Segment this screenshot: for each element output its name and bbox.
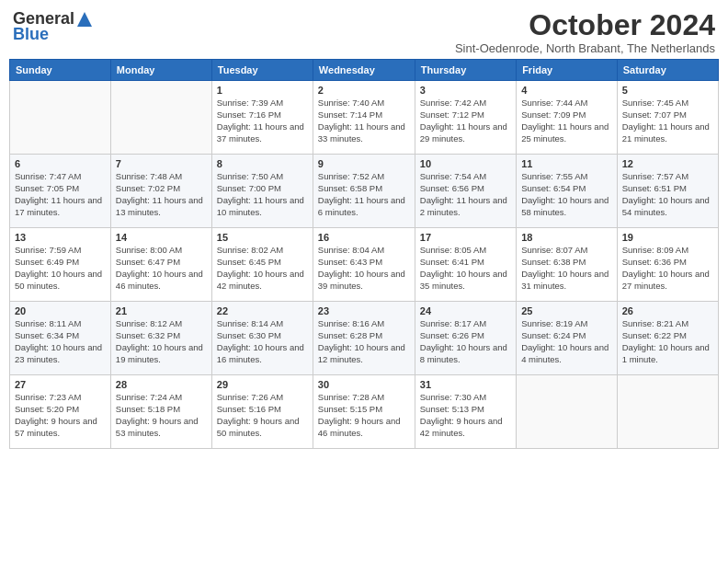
day-info: Sunrise: 8:07 AM Sunset: 6:38 PM Dayligh… — [521, 245, 612, 292]
calendar-cell: 12Sunrise: 7:57 AM Sunset: 6:51 PM Dayli… — [617, 155, 718, 228]
day-number: 28 — [116, 379, 207, 390]
day-info: Sunrise: 8:12 AM Sunset: 6:32 PM Dayligh… — [116, 318, 207, 365]
calendar-week-3: 13Sunrise: 7:59 AM Sunset: 6:49 PM Dayli… — [10, 228, 719, 302]
weekday-header-wednesday: Wednesday — [313, 60, 415, 81]
calendar-cell: 8Sunrise: 7:50 AM Sunset: 7:00 PM Daylig… — [211, 155, 313, 228]
day-info: Sunrise: 8:17 AM Sunset: 6:26 PM Dayligh… — [420, 318, 511, 365]
day-info: Sunrise: 7:28 AM Sunset: 5:15 PM Dayligh… — [318, 392, 410, 439]
day-number: 24 — [420, 305, 511, 316]
day-info: Sunrise: 8:19 AM Sunset: 6:24 PM Dayligh… — [521, 318, 612, 365]
calendar-cell: 7Sunrise: 7:48 AM Sunset: 7:02 PM Daylig… — [110, 155, 211, 228]
logo-icon — [75, 10, 94, 29]
day-number: 29 — [217, 379, 308, 390]
calendar-cell — [10, 81, 111, 155]
calendar-cell: 24Sunrise: 8:17 AM Sunset: 6:26 PM Dayli… — [415, 302, 516, 375]
calendar-cell: 13Sunrise: 7:59 AM Sunset: 6:49 PM Dayli… — [10, 228, 111, 302]
weekday-header-saturday: Saturday — [617, 60, 718, 81]
day-number: 10 — [420, 158, 511, 169]
calendar-cell — [517, 375, 618, 449]
logo: General Blue — [13, 9, 94, 44]
calendar-cell: 29Sunrise: 7:26 AM Sunset: 5:16 PM Dayli… — [211, 375, 313, 449]
day-info: Sunrise: 7:48 AM Sunset: 7:02 PM Dayligh… — [116, 171, 207, 218]
day-number: 4 — [521, 85, 612, 96]
calendar-cell: 10Sunrise: 7:54 AM Sunset: 6:56 PM Dayli… — [415, 155, 516, 228]
calendar-cell — [110, 81, 211, 155]
day-number: 25 — [521, 305, 612, 316]
day-number: 30 — [318, 379, 410, 390]
calendar-cell: 30Sunrise: 7:28 AM Sunset: 5:15 PM Dayli… — [313, 375, 415, 449]
day-number: 17 — [420, 232, 511, 243]
day-number: 8 — [217, 158, 308, 169]
location-subtitle: Sint-Oedenrode, North Brabant, The Nethe… — [455, 41, 715, 55]
day-info: Sunrise: 8:16 AM Sunset: 6:28 PM Dayligh… — [318, 318, 410, 365]
calendar-cell: 15Sunrise: 8:02 AM Sunset: 6:45 PM Dayli… — [211, 228, 313, 302]
calendar-cell: 5Sunrise: 7:45 AM Sunset: 7:07 PM Daylig… — [617, 81, 718, 155]
day-info: Sunrise: 7:40 AM Sunset: 7:14 PM Dayligh… — [318, 98, 410, 144]
calendar-cell: 17Sunrise: 8:05 AM Sunset: 6:41 PM Dayli… — [415, 228, 516, 302]
day-info: Sunrise: 8:05 AM Sunset: 6:41 PM Dayligh… — [420, 245, 511, 292]
logo-blue-text: Blue — [13, 25, 49, 44]
day-number: 20 — [15, 305, 106, 316]
calendar-week-2: 6Sunrise: 7:47 AM Sunset: 7:05 PM Daylig… — [10, 155, 719, 228]
page-header: General Blue October 2024 Sint-Oedenrode… — [9, 9, 719, 55]
day-number: 21 — [116, 305, 207, 316]
calendar-cell: 22Sunrise: 8:14 AM Sunset: 6:30 PM Dayli… — [211, 302, 313, 375]
day-info: Sunrise: 7:52 AM Sunset: 6:58 PM Dayligh… — [318, 171, 410, 218]
weekday-header-friday: Friday — [517, 60, 618, 81]
day-number: 16 — [318, 232, 410, 243]
calendar-week-4: 20Sunrise: 8:11 AM Sunset: 6:34 PM Dayli… — [10, 302, 719, 375]
day-info: Sunrise: 7:42 AM Sunset: 7:12 PM Dayligh… — [420, 98, 511, 144]
calendar-cell: 27Sunrise: 7:23 AM Sunset: 5:20 PM Dayli… — [10, 375, 111, 449]
day-number: 27 — [15, 379, 106, 390]
calendar-cell: 9Sunrise: 7:52 AM Sunset: 6:58 PM Daylig… — [313, 155, 415, 228]
day-number: 3 — [420, 85, 511, 96]
day-info: Sunrise: 7:54 AM Sunset: 6:56 PM Dayligh… — [420, 171, 511, 218]
day-info: Sunrise: 8:14 AM Sunset: 6:30 PM Dayligh… — [217, 318, 308, 365]
calendar-week-5: 27Sunrise: 7:23 AM Sunset: 5:20 PM Dayli… — [10, 375, 719, 449]
day-info: Sunrise: 7:30 AM Sunset: 5:13 PM Dayligh… — [420, 392, 511, 439]
day-info: Sunrise: 7:24 AM Sunset: 5:18 PM Dayligh… — [116, 392, 207, 439]
day-number: 5 — [622, 85, 713, 96]
day-number: 18 — [521, 232, 612, 243]
day-info: Sunrise: 7:50 AM Sunset: 7:00 PM Dayligh… — [217, 171, 308, 218]
day-number: 14 — [116, 232, 207, 243]
day-info: Sunrise: 8:21 AM Sunset: 6:22 PM Dayligh… — [622, 318, 713, 365]
day-number: 23 — [318, 305, 410, 316]
calendar-cell — [617, 375, 718, 449]
weekday-header-row: SundayMondayTuesdayWednesdayThursdayFrid… — [10, 60, 719, 81]
day-info: Sunrise: 7:47 AM Sunset: 7:05 PM Dayligh… — [15, 171, 106, 218]
weekday-header-monday: Monday — [110, 60, 211, 81]
month-title: October 2024 — [455, 9, 715, 41]
day-number: 13 — [15, 232, 106, 243]
day-number: 7 — [116, 158, 207, 169]
day-number: 22 — [217, 305, 308, 316]
day-number: 19 — [622, 232, 713, 243]
day-number: 9 — [318, 158, 410, 169]
calendar-cell: 11Sunrise: 7:55 AM Sunset: 6:54 PM Dayli… — [517, 155, 618, 228]
calendar-cell: 16Sunrise: 8:04 AM Sunset: 6:43 PM Dayli… — [313, 228, 415, 302]
day-number: 12 — [622, 158, 713, 169]
day-info: Sunrise: 7:45 AM Sunset: 7:07 PM Dayligh… — [622, 98, 713, 144]
day-number: 26 — [622, 305, 713, 316]
day-info: Sunrise: 7:44 AM Sunset: 7:09 PM Dayligh… — [521, 98, 612, 144]
calendar-table: SundayMondayTuesdayWednesdayThursdayFrid… — [9, 59, 719, 449]
calendar-cell: 28Sunrise: 7:24 AM Sunset: 5:18 PM Dayli… — [110, 375, 211, 449]
weekday-header-sunday: Sunday — [10, 60, 111, 81]
weekday-header-thursday: Thursday — [415, 60, 516, 81]
day-number: 6 — [15, 158, 106, 169]
svg-marker-0 — [77, 12, 92, 27]
calendar-cell: 25Sunrise: 8:19 AM Sunset: 6:24 PM Dayli… — [517, 302, 618, 375]
day-info: Sunrise: 8:02 AM Sunset: 6:45 PM Dayligh… — [217, 245, 308, 292]
calendar-cell: 18Sunrise: 8:07 AM Sunset: 6:38 PM Dayli… — [517, 228, 618, 302]
day-info: Sunrise: 7:39 AM Sunset: 7:16 PM Dayligh… — [217, 98, 308, 144]
day-info: Sunrise: 7:59 AM Sunset: 6:49 PM Dayligh… — [15, 245, 106, 292]
day-number: 2 — [318, 85, 410, 96]
day-info: Sunrise: 7:57 AM Sunset: 6:51 PM Dayligh… — [622, 171, 713, 218]
calendar-cell: 21Sunrise: 8:12 AM Sunset: 6:32 PM Dayli… — [110, 302, 211, 375]
day-info: Sunrise: 7:26 AM Sunset: 5:16 PM Dayligh… — [217, 392, 308, 439]
calendar-cell: 6Sunrise: 7:47 AM Sunset: 7:05 PM Daylig… — [10, 155, 111, 228]
day-info: Sunrise: 8:00 AM Sunset: 6:47 PM Dayligh… — [116, 245, 207, 292]
calendar-cell: 1Sunrise: 7:39 AM Sunset: 7:16 PM Daylig… — [211, 81, 313, 155]
calendar-cell: 23Sunrise: 8:16 AM Sunset: 6:28 PM Dayli… — [313, 302, 415, 375]
day-number: 31 — [420, 379, 511, 390]
